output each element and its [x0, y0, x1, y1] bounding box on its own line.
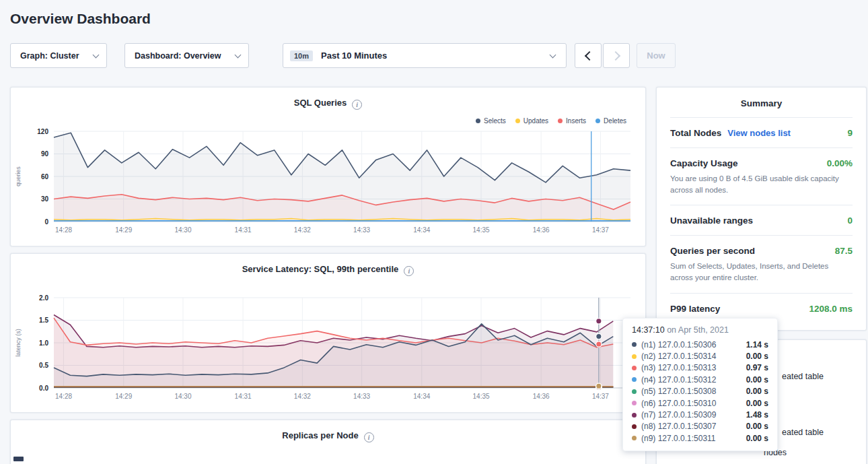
chevron-down-icon [235, 51, 242, 58]
svg-text:1.5: 1.5 [39, 317, 48, 324]
summary-row-unavailable-ranges: Unavailable ranges 0 [670, 205, 853, 236]
view-nodes-list-link[interactable]: View nodes list [727, 128, 791, 138]
svg-text:0.0: 0.0 [39, 385, 48, 392]
svg-text:14:29: 14:29 [115, 393, 132, 400]
time-next-button[interactable] [603, 43, 630, 68]
node-latency-value: 1.14 s [746, 340, 768, 350]
legend-item-deletes[interactable]: Deletes [595, 117, 626, 125]
legend-label: Deletes [604, 117, 626, 125]
node-label: (n5) 127.0.0.1:50308 [641, 387, 716, 396]
summary-row-total-nodes: Total Nodes View nodes list 9 [670, 118, 853, 148]
capacity-usage-value: 0.00% [827, 158, 853, 168]
node-color-dot [632, 389, 637, 394]
svg-text:14:32: 14:32 [294, 393, 311, 400]
time-range-badge: 10m [290, 51, 313, 61]
charts-column: SQL Queriesi SelectsUpdatesInsertsDelete… [10, 87, 646, 464]
chart-tooltip: 14:37:10 on Apr 5th, 2021 (n1) 127.0.0.1… [622, 318, 778, 451]
time-range-picker[interactable]: 10m Past 10 Minutes [283, 43, 567, 68]
chart-title-row: Replicas per Nodei [11, 430, 645, 442]
replicas-title: Replicas per Node [282, 430, 358, 440]
dashboard-dropdown[interactable]: Dashboard: Overview [124, 43, 249, 68]
node-label: (n8) 127.0.0.1:50307 [641, 422, 716, 431]
svg-text:14:34: 14:34 [413, 393, 430, 400]
node-color-dot [632, 354, 637, 359]
dashboard-dropdown-label: Dashboard: Overview [135, 51, 221, 61]
svg-text:14:33: 14:33 [353, 393, 370, 400]
legend-dot [595, 119, 600, 123]
total-nodes-label: Total Nodes [670, 128, 721, 138]
tooltip-row: (n6) 127.0.0.1:503100.00 s [632, 397, 768, 409]
svg-text:0.5: 0.5 [39, 362, 48, 369]
tooltip-row: (n5) 127.0.0.1:503080.00 s [632, 386, 768, 397]
info-icon[interactable]: i [404, 266, 414, 276]
svg-text:14:29: 14:29 [115, 226, 132, 234]
legend-item-updates[interactable]: Updates [515, 117, 548, 125]
time-prev-button[interactable] [575, 43, 602, 68]
info-icon[interactable]: i [364, 432, 374, 442]
legend-item-inserts[interactable]: Inserts [558, 117, 586, 125]
node-label: (n3) 127.0.0.1:50313 [641, 363, 716, 372]
node-latency-value: 0.00 s [746, 387, 768, 396]
graph-dropdown-label: Graph: Cluster [20, 51, 79, 61]
graph-dropdown[interactable]: Graph: Cluster [10, 43, 107, 68]
summary-row-qps: Queries per second 87.5 Sum of Selects, … [670, 236, 853, 293]
node-latency-value: 0.00 s [746, 399, 768, 408]
svg-text:latency (s): latency (s) [15, 329, 22, 357]
node-color-dot [632, 424, 637, 429]
sql-latency-panel: Service Latency: SQL, 99th percentilei 0… [10, 253, 646, 413]
node-label: (n7) 127.0.0.1:50309 [641, 410, 716, 420]
node-latency-value: 0.00 s [746, 375, 768, 385]
svg-text:2.0: 2.0 [39, 294, 48, 302]
unavailable-ranges-value: 0 [847, 216, 853, 226]
tooltip-row: (n1) 127.0.0.1:503061.14 s [632, 339, 768, 350]
legend-dot [558, 119, 563, 123]
tooltip-row: (n3) 127.0.0.1:503130.97 s [632, 362, 768, 374]
legend-dot [515, 119, 520, 123]
controls-bar: Graph: Cluster Dashboard: Overview 10m P… [10, 43, 858, 68]
now-button[interactable]: Now [637, 43, 676, 68]
node-label: (n4) 127.0.0.1:50312 [641, 375, 716, 385]
sql-latency-title: Service Latency: SQL, 99th percentile [242, 264, 399, 274]
svg-text:14:28: 14:28 [55, 226, 72, 234]
chevron-down-icon [550, 51, 556, 58]
qps-subtext: Sum of Selects, Updates, Inserts, and De… [670, 261, 853, 283]
info-icon[interactable]: i [352, 100, 362, 110]
svg-text:14:37: 14:37 [592, 393, 609, 400]
sql-queries-chart[interactable]: 030609012014:2814:2914:3014:3114:3214:33… [11, 127, 645, 239]
svg-text:14:36: 14:36 [533, 226, 550, 234]
chart-title-row: SQL Queriesi [11, 97, 645, 110]
unavailable-ranges-label: Unavailable ranges [670, 216, 753, 226]
node-latency-value: 1.48 s [746, 410, 768, 420]
crosshair-dot [596, 341, 602, 347]
event-text-fragment: eated table [782, 372, 824, 381]
crosshair-dot [596, 319, 602, 324]
tooltip-header: 14:37:10 on Apr 5th, 2021 [632, 325, 768, 335]
svg-text:14:31: 14:31 [235, 226, 252, 234]
node-color-dot [632, 377, 637, 382]
svg-text:60: 60 [41, 173, 49, 180]
p99-latency-label: P99 latency [670, 304, 720, 314]
legend-item-selects[interactable]: Selects [476, 117, 506, 125]
event-text-fragment: eated table [782, 428, 824, 437]
svg-text:14:32: 14:32 [294, 226, 311, 234]
sql-latency-chart[interactable]: 0.00.51.01.52.014:2814:2914:3014:3114:32… [11, 294, 645, 405]
svg-text:14:28: 14:28 [55, 393, 72, 400]
page-title: Overview Dashboard [0, 0, 868, 27]
summary-row-capacity-usage: Capacity Usage 0.00% You are using 0 B o… [670, 148, 853, 205]
tooltip-row: (n2) 127.0.0.1:503140.00 s [632, 350, 768, 362]
legend-label: Inserts [566, 117, 586, 125]
tooltip-row: (n9) 127.0.0.1:503110.00 s [632, 432, 768, 444]
svg-text:14:35: 14:35 [473, 393, 490, 400]
svg-text:14:33: 14:33 [353, 226, 370, 234]
tooltip-time: 14:37:10 [632, 325, 665, 335]
legend-label: Selects [484, 117, 506, 125]
svg-text:14:36: 14:36 [533, 393, 550, 400]
node-label: (n6) 127.0.0.1:50310 [641, 399, 716, 408]
clipped-element [13, 457, 24, 461]
chevron-left-icon [584, 51, 593, 60]
qps-label: Queries per second [670, 246, 755, 256]
svg-text:14:31: 14:31 [235, 393, 252, 400]
svg-text:30: 30 [41, 195, 49, 203]
sql-queries-title: SQL Queries [294, 98, 347, 108]
node-latency-value: 0.97 s [746, 363, 768, 372]
